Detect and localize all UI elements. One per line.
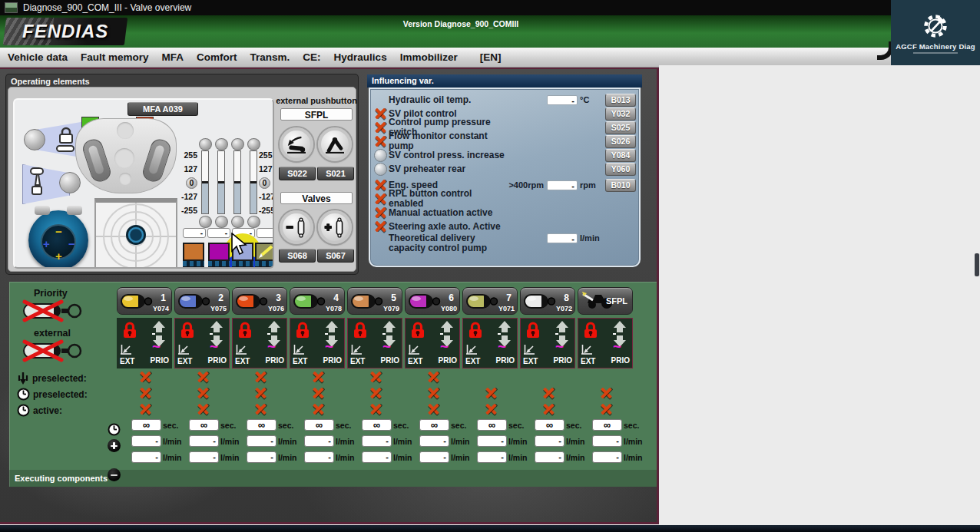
flow-minus-input[interactable]: -	[362, 451, 392, 463]
time-input[interactable]: ∞	[247, 419, 276, 431]
axis-slider-3[interactable]	[233, 150, 241, 214]
right-thumbstick[interactable]	[141, 137, 173, 183]
valve-header-button[interactable]: 2 Y075	[174, 287, 230, 315]
menu-item-en[interactable]: [EN]	[480, 51, 502, 63]
axis-slider-4[interactable]	[250, 150, 257, 214]
slider-bottom-knob[interactable]	[215, 216, 228, 228]
mfa-button[interactable]: MFA A039	[127, 102, 198, 116]
component-code-button[interactable]: Y032	[605, 107, 636, 121]
valve-header-button[interactable]: 8 Y072	[520, 287, 575, 315]
rotary-knob-graphic[interactable]: − + − +	[28, 210, 88, 269]
time-input[interactable]: ∞	[189, 419, 219, 431]
flow-minus-input[interactable]: -	[419, 451, 449, 463]
valve-status-cell[interactable]: EXT ~ PRIO	[578, 318, 633, 368]
time-input[interactable]: ∞	[592, 419, 622, 431]
time-input[interactable]: ∞	[131, 419, 161, 431]
valve-plus-button[interactable]	[318, 210, 352, 244]
slider-top-knob[interactable]	[247, 138, 260, 150]
valve-header-button[interactable]: 1 Y074	[117, 287, 172, 315]
flow-plus-input[interactable]: -	[477, 435, 507, 447]
valve-status-cell[interactable]: EXT ~ PRIO	[405, 318, 460, 368]
valve-header-button[interactable]: 4 Y078	[290, 287, 345, 315]
valve-status-cell[interactable]: EXT ~ PRIO	[520, 318, 575, 368]
value-box[interactable]: -	[547, 233, 578, 243]
menu-item-fault-memory[interactable]: Fault memory	[81, 51, 149, 63]
s067-button[interactable]: S067	[317, 249, 354, 263]
left-thumbstick[interactable]	[81, 137, 113, 183]
channel-square-4[interactable]	[255, 243, 274, 261]
valve-status-cell[interactable]: EXT ~ PRIO	[117, 318, 172, 368]
value-box[interactable]: -	[547, 180, 578, 190]
flow-plus-input[interactable]: -	[419, 435, 449, 447]
valve-status-cell[interactable]: EXT ~ PRIO	[290, 318, 345, 368]
status-lamp-icon	[374, 149, 387, 162]
valve-header-button[interactable]: SFPL	[578, 287, 633, 315]
scrollbar-thumb[interactable]	[975, 253, 979, 276]
valve-header-button[interactable]: 6 Y080	[405, 287, 460, 315]
flow-minus-input[interactable]: -	[477, 451, 507, 463]
switch-knob[interactable]	[24, 129, 45, 150]
axis-value-box-1[interactable]: -	[183, 228, 206, 238]
value-box[interactable]: -	[547, 95, 578, 105]
menu-item-hydraulics[interactable]: Hydraulics	[334, 51, 387, 63]
s068-button[interactable]: S068	[279, 249, 316, 263]
menu-item-immobilizer[interactable]: Immobilizer	[400, 51, 458, 63]
axis-value-box-4[interactable]: -	[257, 228, 274, 238]
valve-status-cell[interactable]: EXT ~ PRIO	[232, 318, 287, 368]
time-input[interactable]: ∞	[304, 419, 334, 431]
menu-item-mfa[interactable]: MFA	[162, 51, 184, 63]
menu-item-comfort[interactable]: Comfort	[197, 51, 237, 63]
flow-minus-input[interactable]: -	[189, 451, 219, 463]
flow-minus-input[interactable]: -	[247, 451, 276, 463]
component-code-button[interactable]: B013	[605, 94, 636, 107]
time-input[interactable]: ∞	[477, 419, 507, 431]
valve-status-cell[interactable]: EXT ~ PRIO	[347, 318, 402, 368]
slider-bottom-knob[interactable]	[247, 216, 260, 228]
time-input[interactable]: ∞	[535, 419, 564, 431]
armrest-control-graphic[interactable]	[75, 118, 177, 193]
slider-bottom-knob[interactable]	[231, 216, 244, 228]
ext-axis-icon	[235, 344, 247, 355]
menu-item-ce[interactable]: CE:	[303, 51, 320, 63]
flow-minus-input[interactable]: -	[592, 451, 622, 463]
s021-button[interactable]: S021	[317, 167, 354, 180]
component-code-button[interactable]: S026	[605, 135, 636, 148]
valve-header-button[interactable]: 7 Y071	[462, 287, 518, 315]
menu-item-vehicle-data[interactable]: Vehicle data	[8, 51, 68, 63]
flow-plus-input[interactable]: -	[247, 435, 276, 447]
slider-top-knob[interactable]	[231, 138, 244, 150]
slider-top-knob[interactable]	[199, 138, 212, 150]
component-code-button[interactable]: Y084	[605, 149, 636, 162]
valve-status-cell[interactable]: EXT ~ PRIO	[174, 318, 230, 368]
channel-square-1[interactable]	[183, 243, 204, 261]
flow-plus-input[interactable]: -	[189, 435, 219, 447]
flow-plus-input[interactable]: -	[304, 435, 334, 447]
time-input[interactable]: ∞	[419, 419, 449, 431]
axis-slider-2[interactable]	[217, 150, 225, 214]
switch-knob[interactable]	[59, 172, 81, 193]
axis-slider-1[interactable]	[201, 150, 209, 214]
time-input[interactable]: ∞	[362, 419, 392, 431]
linkage-lower-button[interactable]	[280, 127, 313, 161]
axis-value-box-2[interactable]: -	[207, 228, 230, 238]
component-code-button[interactable]: B010	[605, 179, 636, 192]
flow-plus-input[interactable]: -	[592, 435, 622, 447]
valve-header-button[interactable]: 3 Y076	[232, 287, 287, 315]
flow-minus-input[interactable]: -	[304, 451, 334, 463]
flow-minus-input[interactable]: -	[535, 451, 564, 463]
valve-header-button[interactable]: 5 Y079	[347, 287, 402, 315]
slider-bottom-knob[interactable]	[199, 216, 212, 228]
flow-plus-input[interactable]: -	[535, 435, 564, 447]
flow-plus-input[interactable]: -	[362, 435, 392, 447]
valve-status-cell[interactable]: EXT ~ PRIO	[462, 318, 518, 368]
valve-minus-button[interactable]	[280, 210, 313, 244]
flow-minus-input[interactable]: -	[131, 451, 161, 463]
flow-plus-input[interactable]: -	[131, 435, 161, 447]
channel-square-2[interactable]	[208, 243, 230, 261]
menu-item-transm[interactable]: Transm.	[250, 51, 290, 63]
s022-button[interactable]: S022	[279, 167, 316, 180]
slider-top-knob[interactable]	[215, 138, 228, 150]
component-code-button[interactable]: Y060	[605, 163, 636, 176]
component-code-button[interactable]: S025	[605, 121, 636, 134]
linkage-raise-button[interactable]	[318, 127, 352, 161]
